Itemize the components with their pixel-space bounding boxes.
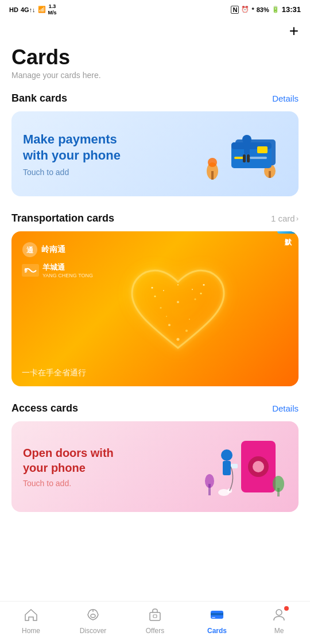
cards-icon <box>210 607 224 624</box>
page-title-section: Cards Manage your cards here. <box>0 41 310 83</box>
svg-point-20 <box>177 301 179 303</box>
access-cards-title: Access cards <box>11 402 78 414</box>
alarm-icon: ⏰ <box>241 6 249 13</box>
svg-point-37 <box>253 461 264 472</box>
svg-point-23 <box>168 324 170 326</box>
bluetooth-icon: * <box>251 6 254 13</box>
transport-cards-title: Transportation cards <box>11 212 114 224</box>
bank-card-illustration <box>195 125 287 183</box>
logo2: 羊城通 YANG CHENG TONG <box>22 262 93 278</box>
bank-card-promo[interactable]: Make paymentswith your phone Touch to ad… <box>11 111 299 196</box>
svg-rect-10 <box>257 146 268 153</box>
status-right: N ⏰ * 83% 🔋 13:31 <box>231 5 301 14</box>
transport-card[interactable]: 默认 通 岭南通 <box>11 231 299 386</box>
access-card-promo[interactable]: Open doors withyour phone Touch to add. <box>11 421 299 512</box>
svg-rect-44 <box>277 488 280 496</box>
heart-svg <box>121 256 235 371</box>
svg-rect-53 <box>212 617 215 618</box>
svg-rect-15 <box>243 154 246 162</box>
svg-point-47 <box>91 614 95 618</box>
offers-icon <box>148 607 162 624</box>
speed-indicator: 1.3 M/s <box>48 3 57 16</box>
svg-rect-40 <box>231 464 238 468</box>
svg-point-34 <box>192 289 193 290</box>
svg-point-1 <box>208 158 217 167</box>
svg-point-31 <box>203 284 205 286</box>
discover-label: Discover <box>80 627 107 635</box>
wifi-icon: 📶 <box>38 6 46 13</box>
logo1-text: 岭南通 <box>41 245 65 255</box>
svg-point-38 <box>221 449 232 461</box>
me-notification-dot <box>284 606 289 611</box>
home-icon <box>24 607 38 624</box>
access-card-promo-title: Open doors withyour phone <box>23 445 114 475</box>
bank-cards-header: Bank cards Details <box>11 92 299 104</box>
bottom-nav: Home Discover Offers <box>0 601 310 644</box>
offers-label: Offers <box>146 627 164 635</box>
access-cards-section: Access cards Details Open doors withyour… <box>0 392 310 518</box>
transport-logos: 通 岭南通 羊城通 YANG CHENG TONG <box>22 242 93 278</box>
transport-card-count[interactable]: 1 card › <box>271 214 299 223</box>
home-label: Home <box>22 627 40 635</box>
logo2-subtitle: YANG CHENG TONG <box>42 273 93 278</box>
network-indicator: HD <box>9 6 18 13</box>
svg-rect-4 <box>269 171 271 178</box>
bank-card-promo-subtitle: Touch to add <box>23 168 195 177</box>
nav-item-discover[interactable]: Discover <box>62 607 124 635</box>
svg-rect-49 <box>150 612 160 620</box>
svg-rect-2 <box>211 171 214 180</box>
page-header: + <box>0 18 310 41</box>
svg-rect-9 <box>250 157 267 159</box>
svg-rect-50 <box>153 615 157 618</box>
svg-point-28 <box>166 316 167 317</box>
bank-illus-svg <box>195 125 287 183</box>
svg-point-11 <box>242 135 251 144</box>
card-badge: 默认 <box>277 231 299 234</box>
bank-cards-details-link[interactable]: Details <box>272 94 299 103</box>
me-icon <box>272 610 286 625</box>
svg-rect-42 <box>208 484 211 495</box>
nav-item-offers[interactable]: Offers <box>124 607 186 635</box>
yangcheng-logo-icon <box>22 264 39 277</box>
access-illustration <box>201 435 287 498</box>
discover-icon <box>86 607 100 624</box>
svg-point-24 <box>185 329 188 332</box>
svg-point-33 <box>163 290 164 291</box>
nav-item-home[interactable]: Home <box>0 607 62 635</box>
bank-card-promo-text: Make paymentswith your phone Touch to ad… <box>23 131 195 177</box>
signal-bars: 4G↑↓ <box>21 6 36 13</box>
nav-item-cards[interactable]: Cards <box>186 607 248 635</box>
svg-rect-39 <box>223 461 231 475</box>
svg-point-22 <box>195 298 196 300</box>
chevron-icon: › <box>296 214 299 223</box>
svg-point-27 <box>177 338 180 341</box>
page-subtitle: Manage your cards here. <box>11 71 299 80</box>
add-button[interactable]: + <box>289 23 299 39</box>
svg-text:通: 通 <box>26 246 34 254</box>
access-illus-svg <box>201 435 287 498</box>
logo2-main: 羊城通 <box>42 262 93 273</box>
svg-rect-52 <box>211 613 223 615</box>
svg-point-26 <box>200 293 202 294</box>
nav-item-me[interactable]: Me <box>248 607 310 635</box>
access-cards-details-link[interactable]: Details <box>272 404 299 413</box>
svg-rect-13 <box>238 145 244 148</box>
battery-level: 83% <box>257 6 269 13</box>
svg-point-54 <box>276 610 282 615</box>
bank-cards-title: Bank cards <box>11 92 67 104</box>
status-left: HD 4G↑↓ 📶 1.3 M/s <box>9 3 57 16</box>
heart-decoration <box>121 256 235 373</box>
access-card-promo-subtitle: Touch to add. <box>23 479 114 488</box>
access-card-promo-text: Open doors withyour phone Touch to add. <box>23 445 114 488</box>
svg-point-25 <box>154 296 156 297</box>
svg-rect-14 <box>250 145 255 148</box>
svg-point-32 <box>177 284 179 285</box>
lingnan-logo-icon: 通 <box>22 242 38 258</box>
me-label: Me <box>274 627 284 635</box>
cards-label: Cards <box>207 627 227 635</box>
page-title: Cards <box>11 46 299 69</box>
nfc-icon: N <box>231 6 239 14</box>
svg-rect-12 <box>244 144 250 154</box>
logo1: 通 岭南通 <box>22 242 93 258</box>
status-bar: HD 4G↑↓ 📶 1.3 M/s N ⏰ * 83% 🔋 13:31 <box>0 0 310 18</box>
